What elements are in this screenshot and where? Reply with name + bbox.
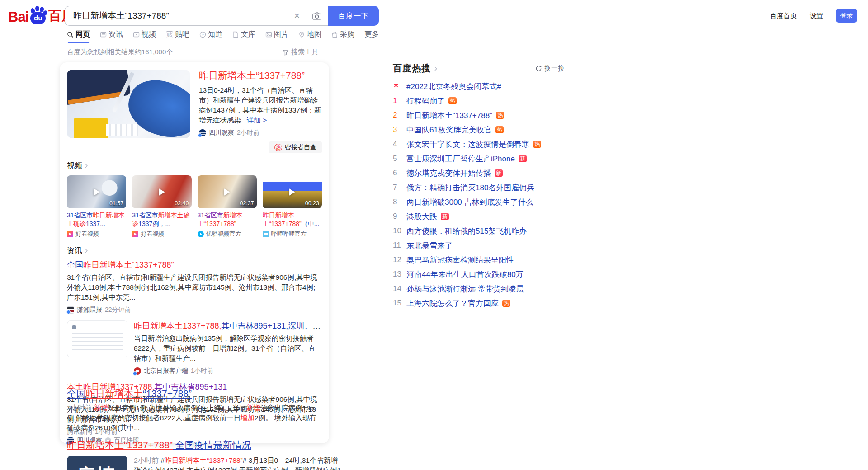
video-thumbnail[interactable]: 02:40 (132, 175, 191, 208)
hot-item-link[interactable]: #2022北京冬残奥会闭幕式# (406, 81, 501, 92)
hot-item[interactable]: 9港股大跌新 (393, 209, 565, 224)
youku-icon (198, 231, 204, 237)
tab-news[interactable]: 资讯 (100, 30, 123, 43)
chevron-right-icon (433, 66, 439, 72)
tab-map[interactable]: 地图 (298, 30, 321, 43)
hot-item-link[interactable]: 张文宏千字长文：这波疫情是倒春寒 (406, 139, 529, 150)
tab-wenku[interactable]: 文库 (232, 30, 255, 43)
search-box[interactable]: ✕ (65, 6, 328, 26)
hot-item[interactable]: 13河南44年来出生人口首次跌破80万 (393, 267, 565, 282)
video-thumbnail[interactable]: 00:23 (263, 175, 322, 208)
hot-item[interactable]: 12奥巴马新冠病毒检测结果呈阳性 (393, 253, 565, 267)
video-thumbnail[interactable]: 02:37 (198, 175, 257, 208)
tab-zhidao[interactable]: ? 知道 (199, 30, 222, 43)
hot-item[interactable]: 4张文宏千字长文：这波疫情是倒春寒热 (393, 137, 565, 151)
result-description: 2小时前 新增疑似病例1例,为境外输入病例(在上海)。 当日新增治愈出院病例13… (67, 403, 323, 433)
hot-item[interactable]: 6德尔塔克戎变体开始传播新 (393, 166, 565, 180)
hot-tag-bar[interactable]: 热 密接者自查 (269, 141, 322, 153)
hot-item-link[interactable]: 德尔塔克戎变体开始传播 (406, 168, 491, 179)
hot-item[interactable]: 11东北暴雪来了 (393, 238, 565, 253)
search-result[interactable]: 昨日新增本土“1337+788” 全国疫情最新情况 疫情 2小时前 #昨日新增本… (67, 439, 343, 470)
tab-video[interactable]: 视频 (133, 30, 156, 43)
video-thumbnail[interactable]: 01:57 (67, 175, 126, 208)
result-description: 2小时前 #昨日新增本土“1337+788”# 3月13日0—24时,31个省新… (134, 456, 343, 470)
video-card[interactable]: 02:40 31省区市新增本土确诊1337例，... 好看视频 (132, 175, 191, 238)
hot-item[interactable]: 1行程码崩了热 (393, 94, 565, 108)
search-result[interactable]: 全国昨日新增本土“1337+788” 2小时前 新增疑似病例1例,为境外输入病例… (67, 388, 323, 445)
news-title-link[interactable]: 昨日新增本土1337+788,其中吉林895+131,深圳、东莞... (134, 320, 322, 331)
search-button[interactable]: 百度一下 (328, 6, 379, 26)
news-title-link[interactable]: 全国昨日新增本土“1337+788” (67, 259, 322, 270)
hot-item[interactable]: 7俄方：精确打击消灭180名外国雇佣兵 (393, 180, 565, 195)
camera-icon[interactable] (306, 12, 328, 20)
tab-caigou[interactable]: 采购 (331, 30, 354, 43)
news-description: 当日新增治愈出院病例135例，解除医学观察的密切接触者8222人，重症病例较前一… (134, 334, 322, 363)
hot-item-link[interactable]: 西方傻眼：租给俄的515架飞机咋办 (406, 226, 527, 236)
hot-item[interactable]: 5富士康深圳工厂暂停生产iPhone新 (393, 151, 565, 166)
hot-rank: 12 (393, 255, 402, 264)
hot-item-link[interactable]: 中国队61枚奖牌完美收官 (406, 125, 492, 135)
hot-item-link[interactable]: 上海六院怎么了？官方回应 (406, 298, 499, 309)
detail-link[interactable]: 详细 > (247, 116, 267, 124)
hot-badge: 热 (533, 141, 541, 148)
hot-item[interactable]: 2昨日新增本土"1337+788"热 (393, 108, 565, 122)
hot-item-link[interactable]: 奥巴马新冠病毒检测结果呈阳性 (406, 255, 514, 265)
hot-rank: 9 (393, 212, 402, 221)
hot-item-link[interactable]: 昨日新增本土"1337+788" (406, 110, 492, 121)
video-card[interactable]: 00:23 昨日新增本土“1337+788”（中... 哔哩哔哩官方 (263, 175, 322, 238)
hot-item[interactable]: 15上海六院怎么了？官方回应热 (393, 296, 565, 310)
hot-badge: 新 (519, 155, 527, 162)
result-description: 13日0-24时，31个省（自治区、直辖市）和新疆生产建设兵团报告新增确诊病例1… (199, 85, 322, 125)
hot-item[interactable]: 3中国队61枚奖牌完美收官热 (393, 122, 565, 137)
hot-item[interactable]: 10西方傻眼：租给俄的515架飞机咋办 (393, 224, 565, 238)
hot-item[interactable]: #2022北京冬残奥会闭幕式# (393, 79, 565, 94)
news-item[interactable]: 昨日新增本土1337+788,其中吉林895+131,深圳、东莞... 当日新增… (67, 320, 322, 375)
hot-pill-icon: 热 (274, 144, 282, 151)
top-result[interactable]: 昨日新增本土“1337+788” 13日0-24时，31个省（自治区、直辖市）和… (67, 70, 322, 153)
hot-item-link[interactable]: 两日新增破3000 吉林到底发生了什么 (406, 197, 533, 207)
hot-rank: 1 (393, 96, 402, 105)
result-title-link[interactable]: 全国昨日新增本土“1337+788” (67, 388, 323, 400)
news-description: 31个省(自治区、直辖市)和新疆生产建设兵团报告新增无症状感染者906例,其中境… (67, 273, 322, 302)
result-title-link[interactable]: 昨日新增本土“1337+788” 全国疫情最新情况 (67, 439, 343, 451)
hot-item-link[interactable]: 孙杨与泳池渐行渐远 常带货到凌晨 (406, 284, 524, 294)
hot-item-link[interactable]: 行程码崩了 (406, 96, 445, 106)
hot-search-title[interactable]: 百度热搜 (393, 62, 431, 75)
hot-item[interactable]: 8两日新增破3000 吉林到底发生了什么 (393, 195, 565, 209)
hot-item[interactable]: 14孙杨与泳池渐行渐远 常带货到凌晨 (393, 282, 565, 296)
result-thumbnail-image[interactable] (67, 70, 190, 138)
news-thumbnail-image[interactable] (67, 320, 127, 357)
hot-badge: 热 (448, 97, 457, 104)
tab-image[interactable]: 图片 (265, 30, 288, 43)
chevron-right-icon (83, 248, 90, 254)
settings-link[interactable]: 设置 (810, 12, 823, 20)
refresh-icon (535, 65, 542, 72)
news-time: 1小时前 (191, 367, 213, 375)
search-icon (67, 31, 74, 38)
refresh-button[interactable]: 换一换 (535, 64, 565, 73)
tab-more[interactable]: 更多 (364, 30, 379, 43)
source-favicon (134, 367, 141, 375)
video-card[interactable]: 01:57 31省区市昨日新增本土确诊1337... 好看视频 (67, 175, 126, 238)
hot-rank: 5 (393, 154, 402, 163)
search-input[interactable] (65, 11, 288, 21)
result-title-link[interactable]: 昨日新增本土“1337+788” (199, 70, 322, 81)
hot-item-link[interactable]: 东北暴雪来了 (406, 240, 453, 251)
hot-item-link[interactable]: 富士康深圳工厂暂停生产iPhone (406, 154, 515, 164)
tab-tieba[interactable]: 贴 贴吧 (166, 30, 189, 43)
tab-webpage[interactable]: 网页 (67, 30, 90, 43)
result-thumbnail-image[interactable]: 疫情 (67, 456, 127, 470)
home-link[interactable]: 百度首页 (770, 12, 797, 20)
video-card[interactable]: 02:37 31省区市新增本土“1337+788” 优酷视频官方 (198, 175, 257, 238)
news-icon (100, 31, 107, 38)
news-item[interactable]: 全国昨日新增本土“1337+788” 31个省(自治区、直辖市)和新疆生产建设兵… (67, 259, 322, 314)
hot-item-link[interactable]: 河南44年来出生人口首次跌破80万 (406, 269, 524, 280)
map-pin-icon (298, 31, 305, 38)
news-section-header[interactable]: 资讯 (67, 245, 322, 256)
video-section-header[interactable]: 视频 (67, 160, 322, 171)
hot-item-link[interactable]: 港股大跌 (406, 212, 437, 222)
login-button[interactable]: 登录 (836, 9, 857, 23)
hot-item-link[interactable]: 俄方：精确打击消灭180名外国雇佣兵 (406, 183, 534, 193)
search-tools[interactable]: 搜索工具 (283, 48, 318, 56)
clear-icon[interactable]: ✕ (288, 11, 306, 21)
